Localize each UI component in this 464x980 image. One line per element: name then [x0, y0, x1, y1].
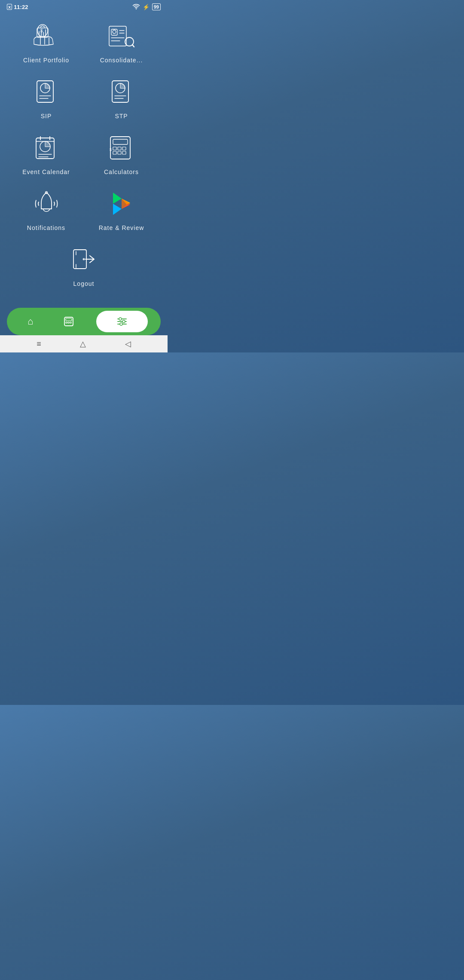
svg-point-51 [83, 258, 85, 260]
battery-indicator: 99 [152, 3, 161, 10]
menu-item-sip[interactable]: SIP [16, 77, 76, 119]
svg-rect-38 [122, 147, 126, 150]
svg-rect-37 [118, 147, 121, 150]
system-nav-bar: ≡ △ ◁ [0, 335, 168, 352]
menu-grid: $ Client Portfolio [0, 12, 168, 231]
wifi-icon [132, 4, 140, 10]
bottom-nav-bar: ⌂ [7, 308, 161, 335]
menu-item-notifications[interactable]: Notifications [16, 188, 76, 231]
nav-home-button[interactable]: ⌂ [20, 311, 41, 332]
menu-item-logout[interactable]: Logout [54, 244, 114, 287]
svg-rect-57 [66, 322, 67, 323]
status-right: ⚡ 99 [132, 3, 161, 10]
calculators-label: Calculators [104, 168, 139, 175]
notifications-icon [31, 188, 62, 219]
svg-rect-35 [113, 139, 128, 144]
svg-rect-58 [68, 322, 69, 323]
system-back-button[interactable]: ◁ [125, 339, 131, 349]
svg-rect-56 [66, 318, 72, 321]
system-menu-button[interactable]: ≡ [37, 340, 41, 349]
menu-item-calculators[interactable]: $ Calculators [92, 132, 152, 175]
event-calendar-label: Event Calendar [22, 168, 70, 175]
menu-item-event-calendar[interactable]: Event Calendar [16, 132, 76, 175]
menu-item-stp[interactable]: STP [92, 77, 152, 119]
svg-point-61 [119, 318, 122, 320]
settings-nav-icon [116, 315, 128, 328]
svg-point-65 [120, 323, 122, 325]
svg-marker-45 [113, 204, 122, 215]
status-bar: x 11:22 ⚡ 99 [0, 0, 168, 12]
charging-icon: ⚡ [143, 4, 150, 10]
client-portfolio-label: Client Portfolio [23, 57, 69, 64]
svg-rect-39 [113, 151, 116, 154]
consolidate-label: Consolidate... [100, 57, 143, 64]
event-calendar-icon [31, 132, 62, 163]
nav-calculator-button[interactable] [58, 311, 79, 332]
home-nav-icon: ⌂ [27, 316, 33, 327]
status-x-icon: x [7, 4, 12, 10]
menu-item-rate-review[interactable]: Rate & Review [92, 188, 152, 231]
sip-icon [31, 77, 62, 107]
menu-item-consolidate[interactable]: Consolidate... [92, 21, 152, 64]
svg-marker-44 [113, 193, 122, 204]
nav-settings-button[interactable] [96, 311, 148, 332]
stp-label: STP [115, 113, 128, 119]
rate-review-label: Rate & Review [99, 224, 144, 231]
calculators-icon: $ [106, 132, 137, 163]
rate-review-icon [106, 188, 137, 219]
logout-icon [68, 244, 99, 275]
svg-rect-27 [36, 138, 54, 159]
notifications-label: Notifications [27, 224, 65, 231]
svg-point-12 [113, 30, 116, 34]
stp-icon [106, 77, 137, 107]
status-left: x 11:22 [7, 4, 28, 10]
svg-text:$: $ [110, 147, 112, 152]
svg-line-18 [132, 45, 134, 47]
client-portfolio-icon: $ [31, 21, 62, 52]
menu-item-client-portfolio[interactable]: $ Client Portfolio [16, 21, 76, 64]
logout-label: Logout [73, 280, 95, 287]
battery-level: 99 [152, 3, 161, 10]
system-home-button[interactable]: △ [80, 339, 86, 349]
svg-rect-36 [113, 147, 116, 150]
logout-section: Logout [0, 231, 168, 287]
svg-rect-40 [118, 151, 121, 154]
svg-rect-34 [110, 137, 130, 159]
svg-marker-48 [122, 199, 130, 209]
calculator-nav-icon [63, 316, 74, 327]
svg-rect-59 [70, 322, 71, 323]
svg-rect-41 [122, 151, 126, 154]
svg-point-63 [122, 320, 125, 323]
sip-label: SIP [41, 113, 52, 119]
svg-text:$: $ [40, 28, 43, 33]
consolidate-icon [106, 21, 137, 52]
time-display: 11:22 [14, 4, 28, 10]
